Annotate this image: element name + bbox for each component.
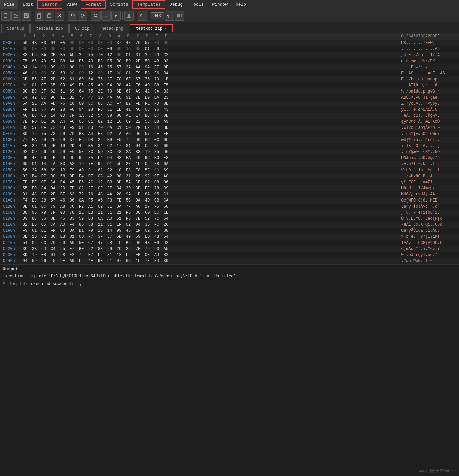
hex-byte[interactable]: 12 — [105, 119, 114, 124]
hex-byte[interactable]: 36 — [133, 210, 143, 215]
hex-byte[interactable]: 1E — [161, 210, 171, 215]
hex-byte[interactable]: 3A — [114, 204, 124, 209]
hex-byte[interactable]: B2 — [20, 222, 30, 227]
hex-byte[interactable]: D1 — [105, 162, 114, 167]
hex-byte[interactable]: 81 — [124, 144, 133, 148]
hex-byte[interactable]: FD — [30, 119, 39, 124]
hex-byte[interactable]: 0E — [20, 204, 30, 209]
hex-byte[interactable]: 99 — [114, 228, 124, 233]
hex-byte[interactable]: 57 — [114, 65, 124, 70]
hex-byte[interactable]: A4 — [86, 132, 95, 136]
hex-byte[interactable]: BD — [161, 125, 171, 130]
hex-byte[interactable]: D0 — [133, 138, 143, 142]
hex-byte[interactable]: 28 — [114, 192, 124, 197]
hex-byte[interactable]: B4 — [30, 174, 39, 179]
hex-byte[interactable]: AC — [86, 180, 95, 185]
hex-byte[interactable]: 29 — [58, 156, 67, 160]
hex-byte[interactable]: C1 — [114, 125, 124, 130]
hex-byte[interactable]: 21 — [114, 210, 124, 215]
hex-byte[interactable]: 28 — [39, 198, 48, 203]
hex-byte[interactable]: E6 — [114, 119, 124, 124]
hex-byte[interactable]: E5 — [105, 59, 114, 64]
hex-byte[interactable]: F6 — [58, 101, 67, 106]
hex-byte[interactable]: 75 — [86, 53, 95, 58]
hex-byte[interactable]: 7F — [124, 204, 133, 209]
hex-byte[interactable]: 03 — [143, 253, 152, 257]
hex-byte[interactable]: 47 — [95, 241, 105, 245]
hex-byte[interactable]: 38 — [48, 119, 58, 124]
hex-byte[interactable]: AC — [114, 95, 124, 100]
hex-byte[interactable]: B8 — [58, 59, 67, 64]
hex-byte[interactable]: F6 — [67, 119, 77, 124]
hex-byte[interactable]: B8 — [114, 83, 124, 88]
hex-byte[interactable]: 3D — [114, 180, 124, 185]
hex-byte[interactable]: 9A — [124, 192, 133, 197]
hex-byte[interactable]: B0 — [48, 234, 58, 239]
hex-byte[interactable]: E6 — [67, 150, 77, 154]
hex-byte[interactable]: 1E — [77, 210, 86, 215]
hex-byte[interactable]: 00 — [133, 47, 143, 51]
hex-byte[interactable]: 79 — [48, 204, 58, 209]
hex-byte[interactable]: 00 — [95, 41, 105, 45]
hex-byte[interactable]: 26 — [133, 174, 143, 179]
hex-byte[interactable]: 00 — [105, 41, 114, 45]
hex-byte[interactable]: E5 — [161, 83, 171, 88]
hex-byte[interactable]: EF — [114, 222, 124, 227]
hex-byte[interactable]: 2A — [124, 150, 133, 154]
hex-byte[interactable]: 03 — [161, 59, 171, 64]
hex-byte[interactable]: 67 — [124, 89, 133, 94]
menu-format[interactable]: Format — [81, 0, 106, 9]
hex-byte[interactable]: D6 — [161, 150, 171, 154]
hex-byte[interactable]: 45 — [124, 228, 133, 233]
hex-byte[interactable]: CA — [48, 180, 58, 185]
close-tab-icon[interactable]: ✕ — [164, 26, 167, 31]
hex-byte[interactable]: F6 — [124, 216, 133, 221]
hex-byte[interactable]: E6 — [30, 222, 39, 227]
hex-byte[interactable]: 95 — [30, 210, 39, 215]
text-btn[interactable]: ¶ — [165, 11, 174, 21]
hex-byte[interactable]: 2D — [30, 144, 39, 148]
hex-byte[interactable]: 00 — [114, 53, 124, 58]
hex-byte[interactable]: CB — [152, 198, 161, 203]
hex-byte[interactable]: 9C — [48, 95, 58, 100]
hex-byte[interactable]: E7 — [67, 247, 77, 251]
hex-byte[interactable]: 50 — [20, 41, 30, 45]
hex-byte[interactable]: 60 — [143, 210, 152, 215]
hex-byte[interactable]: 51 — [105, 222, 114, 227]
hex-byte[interactable]: FF — [20, 107, 30, 112]
hex-byte[interactable]: 42 — [105, 174, 114, 179]
hex-byte[interactable]: 03 — [39, 41, 48, 45]
hex-byte[interactable]: F3 — [105, 198, 114, 203]
hex-byte[interactable]: FD — [48, 101, 58, 106]
hex-byte[interactable]: D7 — [86, 174, 95, 179]
hex-byte[interactable]: 00 — [95, 47, 105, 51]
hex-byte[interactable]: B1 — [30, 107, 39, 112]
hex-byte[interactable]: C6 — [30, 241, 39, 245]
hex-byte[interactable]: 35 — [152, 150, 161, 154]
hex-byte[interactable]: 00 — [77, 71, 86, 76]
hex-byte[interactable]: 00 — [58, 65, 67, 70]
hex-byte[interactable]: EB — [86, 210, 95, 215]
hex-byte[interactable]: EE — [114, 107, 124, 112]
hex-byte[interactable]: CF — [143, 144, 152, 148]
hex-byte[interactable]: 32 — [86, 113, 95, 118]
hex-byte[interactable]: 67 — [133, 77, 143, 82]
hex-byte[interactable]: 6A — [105, 125, 114, 130]
hex-byte[interactable]: 59 — [58, 150, 67, 154]
hex-byte[interactable]: 1F — [105, 71, 114, 76]
hex-byte[interactable]: E8 — [161, 156, 171, 160]
hex-byte[interactable]: FC — [152, 222, 161, 227]
hex-byte[interactable]: 26 — [39, 259, 48, 263]
hex-byte[interactable]: 14 — [39, 162, 48, 167]
hex-byte[interactable]: D6 — [133, 132, 143, 136]
hex-byte[interactable]: 2D — [67, 144, 77, 148]
hex-byte[interactable]: E6 — [77, 59, 86, 64]
hex-byte[interactable]: 53 — [58, 71, 67, 76]
hex-byte[interactable]: E9 — [67, 168, 77, 173]
hex-byte[interactable]: 1B — [161, 77, 171, 82]
hex-byte[interactable]: BD — [20, 253, 30, 257]
hex-byte[interactable]: FE — [114, 198, 124, 203]
hex-byte[interactable]: C2 — [105, 144, 114, 148]
hex-byte[interactable]: 64 — [161, 216, 171, 221]
hex-byte[interactable]: 0D — [77, 234, 86, 239]
